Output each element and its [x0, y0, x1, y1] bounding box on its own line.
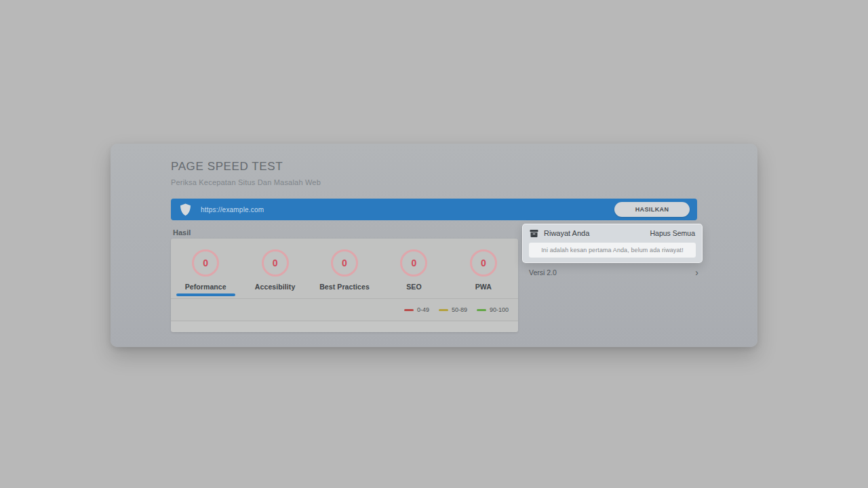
legend-label: 0-49	[417, 306, 429, 313]
history-title: Riwayat Anda	[544, 229, 650, 237]
url-bar: https://example.com HASILKAN	[171, 199, 697, 220]
page-speed-test-card: PAGE SPEED TEST Periksa Kecepatan Situs …	[111, 144, 757, 347]
legend-label: 90-100	[490, 306, 509, 313]
version-row[interactable]: Versi 2.0 ›	[529, 266, 698, 279]
results-card: 0 Peformance 0 Accesibility 0 Best Pract…	[171, 239, 518, 332]
url-input[interactable]: https://example.com	[201, 206, 614, 214]
score-ring: 0	[192, 249, 219, 277]
gauge-label: SEO	[406, 283, 421, 291]
results-section-label: Hasil	[173, 228, 191, 237]
desktop-background: PAGE SPEED TEST Periksa Kecepatan Situs …	[0, 0, 868, 488]
shield-icon	[180, 203, 191, 216]
gauge-label: PWA	[475, 283, 492, 291]
generate-button[interactable]: HASILKAN	[614, 202, 690, 217]
score-value: 0	[412, 258, 417, 268]
legend-item-mid: 50-89	[439, 306, 467, 313]
gauge-best-practices[interactable]: 0 Best Practices	[310, 239, 379, 291]
history-empty-message: Ini adalah kesan pertama Anda, belum ada…	[529, 243, 696, 258]
legend-label: 50-89	[452, 306, 467, 313]
gauge-label: Accesibility	[255, 283, 296, 291]
gauge-accessibility[interactable]: 0 Accesibility	[240, 239, 309, 291]
archive-icon	[530, 229, 538, 238]
chevron-right-icon: ›	[695, 269, 698, 276]
legend-dash-yellow	[439, 309, 448, 311]
score-legend: 0-49 50-89 90-100	[171, 299, 518, 321]
score-value: 0	[481, 258, 486, 268]
score-value: 0	[203, 258, 208, 268]
gauge-seo[interactable]: 0 SEO	[379, 239, 448, 291]
score-ring: 0	[470, 249, 497, 277]
legend-item-high: 90-100	[477, 306, 509, 313]
score-value: 0	[273, 258, 278, 268]
gauge-label: Peformance	[185, 283, 226, 291]
legend-item-low: 0-49	[404, 306, 429, 313]
legend-dash-green	[477, 309, 486, 311]
gauge-pwa[interactable]: 0 PWA	[449, 239, 518, 291]
score-value: 0	[342, 258, 347, 268]
active-tab-indicator	[176, 293, 235, 296]
score-ring: 0	[331, 249, 358, 277]
score-ring: 0	[262, 249, 289, 277]
gauge-row: 0 Peformance 0 Accesibility 0 Best Pract…	[171, 239, 518, 291]
history-panel: Riwayat Anda Hapus Semua Ini adalah kesa…	[522, 224, 703, 263]
score-ring: 0	[400, 249, 427, 277]
legend-dash-red	[404, 309, 414, 311]
page-subtitle: Periksa Kecepatan Situs Dan Masalah Web	[171, 178, 321, 186]
gauge-performance[interactable]: 0 Peformance	[171, 239, 240, 291]
gauge-label: Best Practices	[319, 283, 370, 291]
version-label: Versi 2.0	[529, 268, 557, 277]
history-header: Riwayat Anda Hapus Semua	[523, 224, 702, 242]
page-title: PAGE SPEED TEST	[171, 160, 283, 174]
results-card-footer	[171, 321, 518, 332]
clear-history-button[interactable]: Hapus Semua	[650, 229, 695, 237]
